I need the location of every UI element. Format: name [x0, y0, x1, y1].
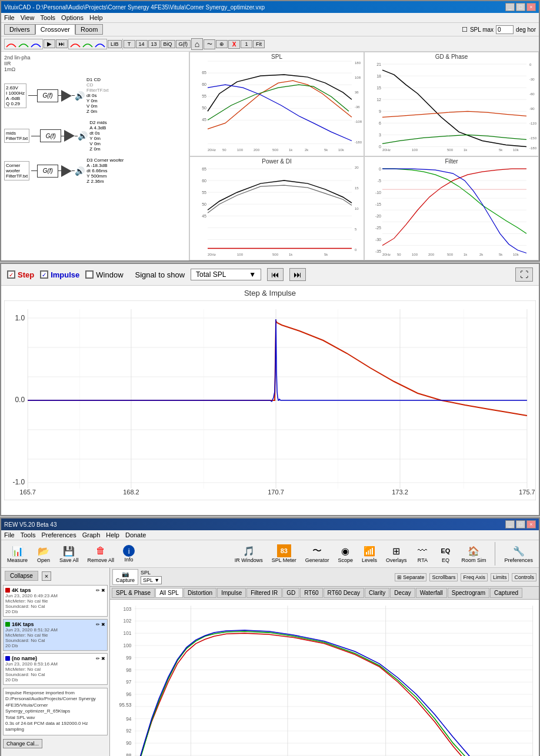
tab-decay[interactable]: Decay [390, 588, 415, 598]
limits-btn[interactable]: Limits [491, 573, 509, 581]
rew-chart-area[interactable]: 103 102 101 100 99 98 97 96 95.53 94 92 … [110, 600, 539, 756]
rew-menu-file[interactable]: File [4, 531, 15, 538]
eq-btn[interactable]: EQ EQ [435, 544, 455, 564]
rew-menu-tools[interactable]: Tools [21, 531, 36, 538]
change-cal-btn[interactable]: Change Cal... [3, 739, 42, 748]
levels-btn[interactable]: 📶 Levels [359, 544, 380, 564]
tab-distortion[interactable]: Distortion [184, 588, 216, 598]
rew-maximize[interactable]: □ [516, 520, 525, 528]
scrollbars-btn[interactable]: Scrollbars [429, 573, 458, 581]
svg-text:20Hz: 20Hz [382, 253, 391, 256]
preferences-btn[interactable]: 🔧 Preferences [501, 544, 536, 564]
menu-view[interactable]: View [21, 14, 35, 21]
grf-btn[interactable]: G(f) [176, 40, 191, 48]
svg-text:10k: 10k [338, 148, 345, 152]
tab-rt60[interactable]: RT60 [300, 588, 322, 598]
meas2-delete[interactable]: ✖ [101, 622, 105, 627]
capture-btn[interactable]: 📷 Capture [112, 569, 138, 585]
ir-windows-btn[interactable]: 🎵 IR Windows [232, 544, 266, 564]
ref-angle-input[interactable] [496, 25, 514, 34]
info-btn[interactable]: i Info [120, 544, 138, 563]
rew-menu-graph[interactable]: Graph [82, 531, 101, 538]
measurement-1[interactable]: 4K taps ✏ ✖ Jun 23, 2020 6:49:23 AM MicM… [3, 585, 108, 617]
tab-all-spl[interactable]: All SPL [155, 588, 183, 598]
tab-clarity[interactable]: Clarity [365, 588, 389, 598]
tab-crossover[interactable]: Crossover [35, 24, 75, 35]
rew-close[interactable]: × [526, 520, 536, 528]
tab-rt60-decay[interactable]: RT60 Decay [324, 588, 364, 598]
measure-btn[interactable]: 📊 Measure [4, 544, 31, 564]
spl-meter-btn[interactable]: 83 SPL Meter [269, 544, 299, 564]
maximize-button[interactable]: □ [516, 3, 525, 11]
tab-gd[interactable]: GD [282, 588, 299, 598]
svg-text:100: 100 [412, 253, 418, 256]
signal-dropdown[interactable]: Total SPL ▼ [191, 269, 261, 280]
tab-room[interactable]: Room [75, 24, 103, 35]
fit-btn[interactable]: Fit [253, 40, 265, 48]
meas1-mic: MicMeter: No cal file [5, 598, 105, 604]
rew-menu-prefs[interactable]: Preferences [41, 531, 76, 538]
rew-minimize[interactable]: _ [505, 520, 515, 528]
impulse-checkbox[interactable]: ✓ [40, 270, 48, 279]
rew-spl-chart[interactable]: 103 102 101 100 99 98 97 96 95.53 94 92 … [110, 600, 539, 756]
biq-btn[interactable]: BiQ [161, 40, 175, 48]
remove-all-btn[interactable]: 🗑 Remove All [85, 544, 118, 564]
spl-max-checkbox[interactable]: ☐ [462, 26, 468, 34]
rew-menu-help[interactable]: Help [106, 531, 119, 538]
tab-filtered-ir[interactable]: Filtered IR [246, 588, 282, 598]
menu-tools[interactable]: Tools [40, 14, 55, 21]
rew-menu-donate[interactable]: Donate [125, 531, 146, 538]
room-sim-btn[interactable]: 🏠 Room Sim [458, 544, 489, 564]
play-btn[interactable]: ▶ [44, 39, 55, 48]
separate-btn[interactable]: ⊞ Separate [395, 573, 427, 581]
1-btn[interactable]: 1 [241, 40, 252, 48]
tab-impulse[interactable]: Impulse [217, 588, 246, 598]
window-checkbox[interactable] [85, 270, 94, 279]
menu-options[interactable]: Options [61, 14, 84, 21]
skip-btn[interactable]: ⏭ [56, 39, 68, 48]
save-all-btn[interactable]: 💾 Save All [56, 544, 82, 564]
tab-spectrogram[interactable]: Spectrogram [448, 588, 489, 598]
step-checkbox[interactable]: ✓ [7, 270, 15, 279]
close-button[interactable]: × [526, 3, 536, 11]
rta-btn[interactable]: 〰 RTA [412, 544, 432, 564]
lib-btn[interactable]: LIB [108, 40, 122, 48]
wave-btn[interactable]: 〜 [204, 39, 215, 49]
tab-captured[interactable]: Captured [490, 588, 522, 598]
tab-spl-phase[interactable]: SPL & Phase [112, 588, 155, 598]
14-btn[interactable]: 14 [136, 40, 148, 48]
generator-btn[interactable]: 〜 Generator [302, 544, 332, 564]
measurement-2[interactable]: 16K taps ✏ ✖ Jun 23, 2020 8:51:32 AM Mic… [3, 619, 108, 651]
minimize-button[interactable]: _ [505, 3, 515, 11]
sidebar-close-btn[interactable]: × [42, 571, 51, 581]
t-btn[interactable]: T [124, 40, 135, 48]
meas1-delete[interactable]: ✖ [101, 588, 105, 593]
cross-btn[interactable]: ⊕ [216, 40, 228, 48]
fullscreen-btn[interactable]: ⛶ [515, 267, 533, 282]
tab-waterfall[interactable]: Waterfall [416, 588, 447, 598]
x-btn[interactable]: X [228, 40, 240, 49]
meas3-edit[interactable]: ✏ [96, 656, 100, 661]
scope-btn[interactable]: ◉ Scope [335, 544, 356, 564]
collapse-btn[interactable]: Collapse [5, 571, 38, 581]
measurement-3[interactable]: (no name) ✏ ✖ Jun 23, 2020 8:53:16 AM Mi… [3, 653, 108, 685]
nav-next-btn[interactable]: ⏭ [289, 268, 306, 281]
overlays-btn[interactable]: ⊞ Overlays [383, 544, 410, 564]
meas2-edit[interactable]: ✏ [96, 622, 100, 627]
step-chart-svg[interactable]: 1.0 0.0 -1.0 165.7 168.2 170.7 173.2 175… [4, 300, 536, 500]
open-btn[interactable]: 📂 Open [34, 544, 54, 564]
nav-prev-btn[interactable]: ⏮ [267, 268, 284, 281]
svg-text:5k: 5k [499, 148, 503, 152]
meas1-edit[interactable]: ✏ [96, 588, 100, 593]
menu-help[interactable]: Help [89, 14, 103, 21]
svg-text:3: 3 [379, 133, 381, 137]
spl-dropdown-ctrl[interactable]: SPL ▼ [141, 576, 162, 584]
svg-text:18: 18 [376, 74, 381, 78]
freq-axis-btn[interactable]: Freq Axis [461, 573, 488, 581]
controls-btn[interactable]: Controls [512, 573, 536, 581]
tab-drivers[interactable]: Drivers [4, 24, 35, 35]
sym-btn[interactable]: ⌂ [191, 38, 203, 50]
13-btn[interactable]: 13 [148, 40, 160, 48]
meas3-delete[interactable]: ✖ [101, 656, 105, 661]
menu-file[interactable]: File [4, 14, 15, 21]
